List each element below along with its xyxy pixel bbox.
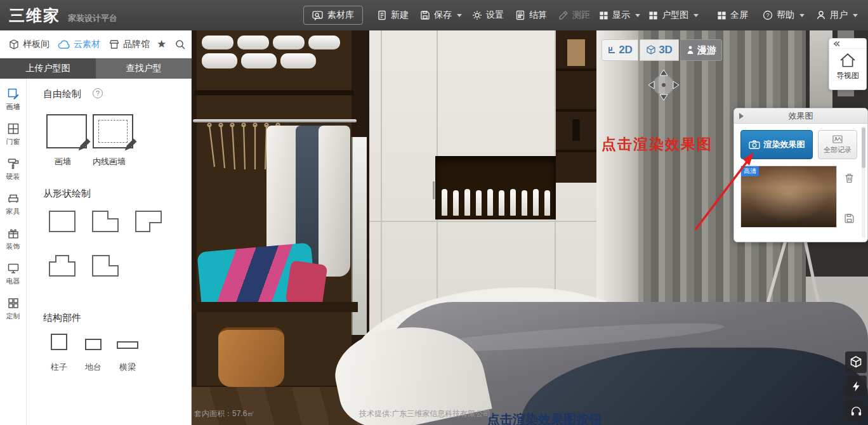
sample-room-label: 样板间 [23,39,49,50]
sofa-icon [7,192,20,205]
cloud-material-item[interactable]: 云素材 [58,39,100,50]
mode-2d-button[interactable]: 2D [602,39,638,61]
shape-cross[interactable] [46,252,79,279]
struct-beam[interactable] [117,341,138,349]
all-records-button[interactable]: 全部记录 [818,130,857,159]
rail-item-hard-decor[interactable]: 硬装 [6,157,20,181]
search-icon[interactable] [174,39,186,50]
3d-cube-icon [646,45,656,55]
cube-icon [850,356,862,369]
save-label: 保存 [434,10,452,21]
tab-upload-floorplan[interactable]: 上传户型图 [0,58,96,79]
chevron-down-icon [853,14,858,17]
user-icon [816,10,826,20]
draw-wall-tool[interactable] [46,114,87,148]
fullscreen-button[interactable]: 全屏 [717,0,748,30]
draw-wall-icon [7,88,20,100]
top-toolbar: 三维家 家装设计平台 素材库 新建 保存 设置 结算 测距 [0,0,868,30]
new-button[interactable]: 新建 [377,0,409,30]
shape-square[interactable] [46,208,79,235]
help-button[interactable]: ? 帮助 [763,0,805,30]
rail-label: 装饰 [6,242,20,251]
calculate-button[interactable]: 结算 [515,0,547,30]
rail-item-custom[interactable]: 定制 [6,297,20,321]
brand-hall-label: 品牌馆 [123,39,150,50]
scene-cabinet-handle [433,181,435,199]
draw-panel: 自由绘制 ? 画墙 内线画墙 从形状绘制 结构部件 柱子 [27,79,192,425]
render-thumbnail[interactable]: 高清 [740,166,837,228]
grid-icon [599,11,608,20]
save-record-button[interactable] [842,211,856,225]
render-effect-button[interactable]: 渲染效果图 [740,130,813,159]
shape-l-step[interactable] [89,208,122,235]
pencil-icon [77,138,91,152]
measure-pen-icon [558,10,569,20]
quick-render-button[interactable] [845,376,867,397]
display-label: 显示 [612,10,630,21]
materials-cube-button[interactable] [845,351,867,373]
shape-l-notch[interactable] [132,208,165,235]
logo-text: 三维家 [9,5,60,26]
mode-3d-label: 3D [659,44,673,56]
provider-footnote: 技术提供:广东三维家信息科技有限公司 [359,409,490,419]
scene-towels [202,36,352,89]
user-button[interactable]: 用户 [816,0,858,30]
new-doc-icon [377,10,387,20]
cube-icon [8,39,20,50]
shape-l-rotated[interactable] [89,252,122,279]
struct-pillar[interactable] [51,334,67,350]
rail-label: 画墙 [6,102,20,112]
delete-record-button[interactable] [842,171,856,185]
save-icon [420,10,430,20]
brand-hall-item[interactable]: 品牌馆 [109,39,150,50]
rail-item-doors-windows[interactable]: 门窗 [6,122,20,147]
struct-platform-label: 地台 [85,362,102,373]
photo-stack-icon [832,134,843,143]
material-library-button[interactable]: 素材库 [303,6,363,25]
rail-item-draw-wall[interactable]: 画墙 [6,88,20,112]
custom-grid-icon [7,297,20,310]
inner-line-wall-tool[interactable] [93,114,133,148]
thumbnail-quality-tag: 高清 [741,166,759,176]
settings-label: 设置 [486,10,504,21]
bubble-search-icon [312,10,323,21]
struct-pillar-label: 柱子 [51,362,67,373]
mode-3d-button[interactable]: 3D [640,39,679,61]
quick-action-rail [845,351,867,421]
rail-label: 门窗 [6,137,20,147]
rail-item-decoration[interactable]: 装饰 [6,227,20,251]
nav-view-box[interactable]: 导视图 [829,38,867,90]
tab-find-floorplan[interactable]: 查找户型 [96,58,192,79]
render-panel: 效果图 渲染效果图 全部记录 高清 [733,108,868,242]
pan-compass-widget[interactable] [645,66,683,104]
nav-view-label: 导视图 [829,70,866,81]
measure-button[interactable]: 测距 [558,0,590,30]
mode-roam-label: 漫游 [697,44,716,56]
rail-label: 硬装 [6,172,20,181]
help-circle-icon[interactable]: ? [93,88,103,98]
scene-leather-box [218,327,284,387]
scrollbar-thumb[interactable] [862,128,865,168]
struct-platform[interactable] [85,339,102,350]
save-button[interactable]: 保存 [420,0,462,30]
render-effect-label: 渲染效果图 [764,139,805,150]
collapse-arrow-icon[interactable] [739,113,744,119]
rail-item-appliances[interactable]: 电器 [6,262,20,286]
2d-plan-icon [607,46,616,55]
app-window: 三维家 家装设计平台 素材库 新建 保存 设置 结算 测距 [0,0,868,425]
settings-button[interactable]: 设置 [472,0,504,30]
mode-roam-button[interactable]: 漫游 [680,39,722,61]
rail-item-furniture[interactable]: 家具 [6,192,20,216]
support-headset-button[interactable] [845,400,867,421]
house-icon [829,53,866,68]
scene-clothes-white-2 [319,126,350,277]
display-button[interactable]: 显示 [599,0,640,30]
brand-logo: 三维家 家装设计平台 [9,5,117,26]
favorites-star-icon[interactable]: ★ [157,39,166,49]
sample-room-item[interactable]: 样板间 [8,39,49,50]
floorplan-button[interactable]: 户型图 [648,0,699,30]
help-icon: ? [763,10,773,20]
headset-icon [850,405,862,417]
cloud-icon [58,39,70,49]
collapse-panel-button[interactable] [829,39,866,49]
